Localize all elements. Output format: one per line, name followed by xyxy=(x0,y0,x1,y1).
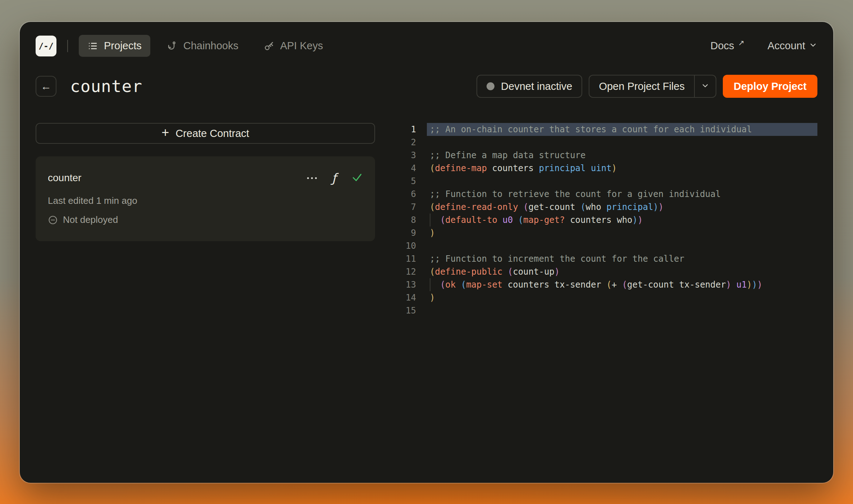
line-number: 12 xyxy=(395,265,416,278)
line-number: 15 xyxy=(395,304,416,317)
code-text: ;; Function to increment the count for t… xyxy=(427,252,817,265)
code-text: (define-map counters principal uint) xyxy=(427,162,817,175)
line-number: 14 xyxy=(395,291,416,304)
open-project-files-main[interactable]: Open Project Files xyxy=(589,75,694,97)
code-line-active[interactable]: 1;; An on-chain counter that stores a co… xyxy=(395,123,817,136)
code-text xyxy=(427,304,817,317)
open-project-files-button: Open Project Files xyxy=(589,75,716,98)
line-number: 9 xyxy=(395,226,416,239)
code-line[interactable]: 15 xyxy=(395,304,817,317)
contract-deploy-status: Not deployed xyxy=(48,214,363,225)
tab-api-keys[interactable]: API Keys xyxy=(255,35,332,57)
docs-link[interactable]: Docs↗ xyxy=(711,40,745,52)
chainhook-icon xyxy=(167,41,178,51)
devnet-status-dot-icon xyxy=(487,82,494,90)
line-number: 6 xyxy=(395,188,416,201)
line-number: 13 xyxy=(395,278,416,291)
tab-chainhooks[interactable]: Chainhooks xyxy=(158,35,247,57)
tab-label: Chainhooks xyxy=(183,40,238,52)
line-number: 11 xyxy=(395,252,416,265)
contract-card-header: counter ƒ xyxy=(48,171,363,184)
external-link-icon: ↗ xyxy=(738,38,745,47)
tab-projects[interactable]: Projects xyxy=(79,35,150,57)
page-title: counter xyxy=(70,77,142,96)
function-icon[interactable]: ƒ xyxy=(332,172,336,184)
code-line[interactable]: 8 (default-to u0 (map-get? counters who)… xyxy=(395,214,817,226)
account-label: Account xyxy=(767,40,805,52)
code-line[interactable]: 2 xyxy=(395,136,817,149)
code-line[interactable]: 7(define-read-only (get-count (who princ… xyxy=(395,201,817,214)
line-number: 1 xyxy=(395,123,416,136)
back-button[interactable]: ← xyxy=(36,76,56,97)
line-number: 3 xyxy=(395,149,416,162)
circle-minus-icon xyxy=(48,215,58,225)
code-text: ) xyxy=(427,291,817,304)
code-editor[interactable]: 1;; An on-chain counter that stores a co… xyxy=(395,123,817,317)
code-text: (default-to u0 (map-get? counters who)) xyxy=(427,214,817,226)
main-content: + Create Contract counter ƒ Last edited … xyxy=(20,98,833,317)
contract-last-edited: Last edited 1 min ago xyxy=(48,195,363,206)
code-line[interactable]: 13 (ok (map-set counters tx-sender (+ (g… xyxy=(395,278,817,291)
arrow-left-icon: ← xyxy=(41,80,51,92)
code-text xyxy=(427,136,817,149)
code-line[interactable]: 11;; Function to increment the count for… xyxy=(395,252,817,265)
code-line[interactable]: 6;; Function to retrieve the count for a… xyxy=(395,188,817,201)
app-window: /-/ Projects Chainhooks xyxy=(20,22,833,483)
list-icon xyxy=(87,41,98,51)
code-line[interactable]: 10 xyxy=(395,239,817,252)
create-contract-label: Create Contract xyxy=(175,128,249,139)
code-line[interactable]: 12(define-public (count-up) xyxy=(395,265,817,278)
code-line[interactable]: 14) xyxy=(395,291,817,304)
tab-label: Projects xyxy=(104,40,142,52)
top-nav: /-/ Projects Chainhooks xyxy=(20,22,833,57)
docs-label: Docs xyxy=(711,40,734,52)
plus-icon: + xyxy=(161,126,169,139)
nav-tabs: Projects Chainhooks API Keys xyxy=(79,35,332,57)
code-line[interactable]: 9) xyxy=(395,226,817,239)
line-number: 2 xyxy=(395,136,416,149)
contracts-sidebar: + Create Contract counter ƒ Last edited … xyxy=(36,123,375,241)
code-text: ;; Function to retrieve the count for a … xyxy=(427,188,817,201)
open-project-files-dropdown[interactable] xyxy=(694,75,716,97)
code-text: ;; An on-chain counter that stores a cou… xyxy=(427,123,817,136)
chevron-down-icon xyxy=(809,40,817,52)
devnet-status-label: Devnet inactive xyxy=(501,81,572,92)
app-logo[interactable]: /-/ xyxy=(36,36,56,56)
code-text xyxy=(427,239,817,252)
line-number: 5 xyxy=(395,175,416,188)
app-logo-text: /-/ xyxy=(38,41,54,51)
deploy-project-button[interactable]: Deploy Project xyxy=(723,75,817,98)
code-line[interactable]: 3;; Define a map data structure xyxy=(395,149,817,162)
line-number: 10 xyxy=(395,239,416,252)
code-text: (ok (map-set counters tx-sender (+ (get-… xyxy=(427,278,817,291)
devnet-status-button[interactable]: Devnet inactive xyxy=(476,75,582,98)
line-number: 4 xyxy=(395,162,416,175)
nav-divider xyxy=(67,40,68,52)
line-number: 8 xyxy=(395,214,416,226)
code-line[interactable]: 4(define-map counters principal uint) xyxy=(395,162,817,175)
code-text: (define-public (count-up) xyxy=(427,265,817,278)
contract-card-actions: ƒ xyxy=(307,171,363,184)
header-actions: Devnet inactive Open Project Files Deplo… xyxy=(476,75,817,98)
open-project-files-label: Open Project Files xyxy=(599,81,685,92)
create-contract-button[interactable]: + Create Contract xyxy=(36,123,375,144)
more-options-button[interactable] xyxy=(307,175,317,181)
contract-card[interactable]: counter ƒ Last edited 1 min ago Not depl… xyxy=(36,156,375,241)
deploy-status-label: Not deployed xyxy=(63,214,118,225)
code-text: (define-read-only (get-count (who princi… xyxy=(427,201,817,214)
account-menu[interactable]: Account xyxy=(767,40,817,52)
chevron-down-icon xyxy=(701,81,710,92)
code-text: ;; Define a map data structure xyxy=(427,149,817,162)
contract-name: counter xyxy=(48,172,81,184)
code-line[interactable]: 5 xyxy=(395,175,817,188)
tab-label: API Keys xyxy=(280,40,323,52)
nav-right: Docs↗ Account xyxy=(711,40,817,52)
key-icon xyxy=(264,41,274,51)
page-header: ← counter Devnet inactive Open Project F… xyxy=(20,57,833,98)
code-text xyxy=(427,175,817,188)
check-valid-icon xyxy=(351,171,363,184)
line-number: 7 xyxy=(395,201,416,214)
code-text: ) xyxy=(427,226,817,239)
